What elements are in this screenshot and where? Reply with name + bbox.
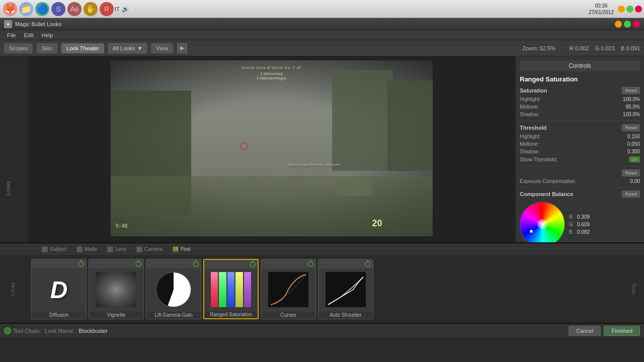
looks-label: Looks <box>5 181 11 196</box>
curves-thumbnail <box>261 268 315 311</box>
chain-subject[interactable]: ▷ Subject <box>42 246 66 252</box>
chain-post[interactable]: 🎞 Post <box>173 246 191 252</box>
titlebar-controls <box>615 21 640 28</box>
titlebar-maximize[interactable] <box>624 21 631 28</box>
camera-icon: ▷ <box>136 246 142 252</box>
taskbar-app-icon-3[interactable]: 🔵 <box>35 2 49 16</box>
chain-lens[interactable]: ▷ Lens <box>107 246 126 252</box>
thr-midtone-label: Midtone: <box>520 141 555 147</box>
tool-card-header-curves <box>261 259 315 268</box>
threshold-reset[interactable]: Reset <box>622 124 640 131</box>
tools-side-label: Tools <box>631 284 636 295</box>
sat-shadow-label: Shadow: <box>520 112 555 117</box>
b-value: B 0.091 <box>621 45 640 51</box>
comp-b-value: 0.082 <box>577 229 590 235</box>
subject-icon: ▷ <box>42 246 48 252</box>
sat-highlight-value: 100.0% <box>623 97 640 102</box>
show-threshold-value[interactable]: On <box>629 156 640 162</box>
titlebar-close[interactable] <box>633 21 640 28</box>
system-tray: IT 🔊 + <box>115 5 140 13</box>
zoom-info: Zoom: 52.5% <box>522 45 555 51</box>
tab-scopes[interactable]: Scopes <box>4 43 33 53</box>
tool-card-vignette[interactable]: Vignette <box>89 259 144 319</box>
left-sidebar: Looks <box>0 56 28 242</box>
play-button[interactable]: ▶ <box>177 43 187 53</box>
power-icon-rs[interactable] <box>250 261 256 267</box>
tool-card-curves[interactable]: Curves <box>261 259 316 319</box>
menu-file[interactable]: File <box>3 30 20 40</box>
game-timer: 9:48 <box>116 223 128 229</box>
auto-shoulder-label: Auto Shoulder <box>318 311 373 319</box>
sat-midtone-value: 85.0% <box>626 104 640 110</box>
main-toolbar: Scopes Skin Look Theater All Looks ▼ Vie… <box>0 40 644 56</box>
taskbar-app-icon-2[interactable]: 📁 <box>19 2 33 16</box>
tool-card-header-rs <box>204 260 258 269</box>
matte-icon: ▷ <box>76 246 83 252</box>
tool-chain-label: Tool Chain: <box>13 328 41 334</box>
taskbar-app-icon-1[interactable]: 🦊 <box>3 2 17 16</box>
vignette-label: Vignette <box>89 311 143 319</box>
looks-side-label: Looks <box>10 283 16 296</box>
game-marker: ⬡ <box>239 140 248 152</box>
window-minimize[interactable] <box>618 6 625 13</box>
thr-highlight-value: 0.150 <box>627 134 640 139</box>
menu-help[interactable]: Help <box>38 30 57 40</box>
power-icon-vignette[interactable] <box>135 261 141 267</box>
power-icon-diffusion[interactable] <box>78 261 84 267</box>
tool-card-header-vignette <box>89 259 143 268</box>
titlebar-minimize[interactable] <box>615 21 622 28</box>
finished-button[interactable]: Finished <box>604 326 640 336</box>
system-icon-2: + <box>132 5 140 13</box>
taskbar-app-icon-7[interactable]: R <box>100 2 114 16</box>
preview-area[interactable]: Nuova zona di lancio fra: 0:45 1 Mercena… <box>28 56 515 242</box>
exposure-value: 0.00 <box>630 178 640 184</box>
bottom-bar: Tool Chain: Look Name: Blockbuster Cance… <box>0 323 644 338</box>
power-icon-lgg[interactable] <box>193 261 199 267</box>
os-taskbar: 🦊 📁 🔵 S Ae ✋ R IT 🔊 + 00:36 27/01/2012 <box>0 0 644 18</box>
taskbar-app-icon-4[interactable]: S <box>51 2 65 16</box>
lens-icon: ▷ <box>107 246 113 252</box>
post-icon: 🎞 <box>173 246 179 252</box>
power-icon-as[interactable] <box>365 261 371 267</box>
chain-matte[interactable]: ▷ Matte <box>76 246 97 252</box>
tab-look-theater[interactable]: Look Theater <box>61 43 104 53</box>
tab-skin[interactable]: Skin <box>37 43 57 53</box>
panel-section-title: Ranged Saturation <box>520 75 640 83</box>
window-maximize[interactable] <box>626 6 633 13</box>
sat-shadow-value: 100.0% <box>623 112 640 117</box>
color-wheel[interactable] <box>520 202 565 242</box>
cancel-button[interactable]: Cancel <box>569 326 601 336</box>
exposure-label: Exposure Compensation: <box>520 178 576 184</box>
system-icon-1: 🔊 <box>122 5 130 13</box>
tool-chain-power-icon[interactable] <box>4 327 11 334</box>
tool-chain-toggle[interactable]: Tool Chain: <box>4 327 41 334</box>
comp-g-value: 0.609 <box>577 222 590 227</box>
look-name-label: Look Name: <box>45 328 74 334</box>
all-looks-dropdown[interactable]: All Looks ▼ <box>108 43 147 53</box>
curves-label: Curves <box>261 311 315 319</box>
component-balance-reset[interactable]: Reset <box>622 191 640 198</box>
chain-camera[interactable]: ▷ Camera <box>136 246 163 252</box>
auto-shoulder-thumbnail <box>318 268 373 311</box>
thr-midtone-value: 0.050 <box>627 141 640 147</box>
tool-card-diffusion[interactable]: D Diffusion <box>31 259 87 319</box>
power-icon-curves[interactable] <box>307 261 313 267</box>
window-close[interactable] <box>635 6 642 13</box>
ranged-sat-thumbnail <box>204 269 258 310</box>
exposure-reset[interactable]: Reset <box>622 169 640 176</box>
lgg-label: Lift·Gamma·Gain <box>146 311 201 319</box>
tool-card-ranged-saturation[interactable]: Ranged Saturation <box>203 259 259 319</box>
rgb-readout: R 0.002 G 0.023 B 0.091 <box>570 45 640 51</box>
saturation-reset[interactable]: Reset <box>622 87 640 94</box>
menu-edit[interactable]: Edit <box>20 30 38 40</box>
tool-card-auto-shoulder[interactable]: Auto Shoulder <box>318 259 373 319</box>
app-title: Magic Bullet Looks <box>15 21 61 27</box>
taskbar-app-icon-6[interactable]: ✋ <box>84 2 98 16</box>
vignette-thumbnail <box>89 268 143 311</box>
taskbar-app-icon-5[interactable]: Ae <box>67 2 82 16</box>
saturation-label: Saturation <box>520 87 547 94</box>
thr-shadow-label: Shadow: <box>520 149 555 154</box>
tool-card-lift-gamma-gain[interactable]: Lift·Gamma·Gain <box>146 259 201 319</box>
tool-chain-bar: ▷ Subject ▷ Matte ▷ Lens ▷ Camera 🎞 Post <box>0 243 644 256</box>
view-button[interactable]: View <box>151 43 173 53</box>
